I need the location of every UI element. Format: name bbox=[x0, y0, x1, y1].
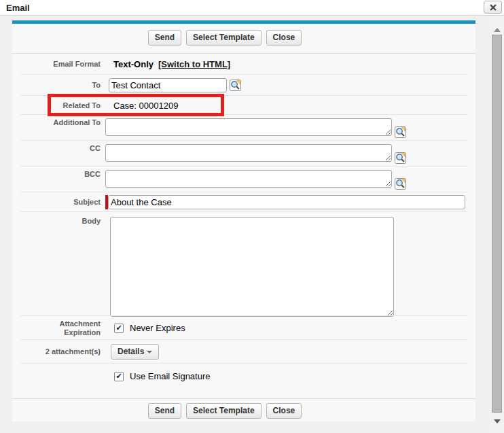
never-expires-label: Never Expires bbox=[130, 323, 185, 333]
body-label: Body bbox=[12, 217, 101, 226]
bcc-label: BCC bbox=[12, 170, 101, 179]
use-email-signature-label: Use Email Signature bbox=[130, 371, 211, 381]
subject-row: Subject bbox=[12, 192, 475, 212]
dialog-titlebar: Email bbox=[0, 0, 504, 16]
cc-label: CC bbox=[12, 144, 101, 153]
attachment-details-button[interactable]: Details bbox=[111, 344, 159, 360]
checkmark-icon: ✔ bbox=[115, 324, 122, 332]
attachment-expiration-label: Attachment Expiration bbox=[12, 319, 101, 337]
email-format-row: Email Format Text-Only [Switch to HTML] bbox=[12, 54, 475, 75]
close-dialog-button[interactable]: Close bbox=[266, 30, 302, 46]
attachments-row: 2 attachment(s) Details bbox=[12, 340, 475, 364]
to-input[interactable] bbox=[109, 78, 227, 92]
select-template-button-bottom[interactable]: Select Template bbox=[186, 403, 261, 419]
close-icon bbox=[490, 4, 497, 11]
email-format-value: Text-Only bbox=[113, 59, 154, 69]
never-expires-checkbox[interactable]: ✔ bbox=[114, 324, 124, 333]
bcc-input[interactable] bbox=[105, 170, 392, 188]
chevron-down-icon bbox=[147, 351, 152, 353]
bcc-row: BCC bbox=[12, 167, 475, 192]
to-lookup-icon[interactable] bbox=[230, 80, 241, 91]
send-button-bottom[interactable]: Send bbox=[148, 403, 181, 419]
subject-input[interactable] bbox=[108, 195, 465, 209]
bottom-button-row: Send Select Template Close bbox=[12, 399, 475, 419]
select-template-button[interactable]: Select Template bbox=[186, 30, 261, 46]
scroll-down-icon[interactable] bbox=[494, 419, 501, 423]
subject-label: Subject bbox=[12, 198, 101, 207]
cc-input[interactable] bbox=[105, 144, 392, 162]
close-dialog-button-bottom[interactable]: Close bbox=[266, 403, 302, 419]
scroll-up-icon[interactable] bbox=[494, 28, 501, 32]
checkmark-icon: ✔ bbox=[115, 373, 122, 380]
signature-row: ✔ Use Email Signature bbox=[12, 364, 475, 399]
dialog-title: Email bbox=[6, 3, 30, 13]
top-button-row: Send Select Template Close bbox=[12, 24, 475, 54]
to-row: To bbox=[12, 75, 475, 96]
send-button[interactable]: Send bbox=[148, 30, 181, 46]
additional-to-lookup-icon[interactable] bbox=[395, 126, 406, 138]
related-to-row: Related To Case: 00001209 bbox=[12, 96, 475, 115]
to-label: To bbox=[12, 81, 101, 90]
email-compose-panel: Send Select Template Close Email Format … bbox=[12, 20, 475, 421]
related-to-value: Case: 00001209 bbox=[113, 101, 178, 111]
additional-to-label: Additional To bbox=[12, 118, 101, 127]
switch-to-html-link[interactable]: [Switch to HTML] bbox=[158, 59, 230, 69]
attachments-count-label: 2 attachment(s) bbox=[12, 347, 101, 356]
email-format-label: Email Format bbox=[12, 60, 101, 69]
additional-to-input[interactable] bbox=[105, 118, 392, 136]
related-to-label: Related To bbox=[12, 101, 101, 110]
additional-to-row: Additional To bbox=[12, 115, 475, 141]
cc-lookup-icon[interactable] bbox=[395, 152, 406, 164]
cc-row: CC bbox=[12, 141, 475, 167]
scrollbar-thumb[interactable] bbox=[492, 35, 502, 413]
use-email-signature-checkbox[interactable]: ✔ bbox=[114, 372, 124, 381]
bcc-lookup-icon[interactable] bbox=[395, 178, 406, 190]
vertical-scrollbar[interactable] bbox=[490, 16, 504, 433]
body-row: Body bbox=[12, 212, 475, 316]
attachment-expiration-row: Attachment Expiration ✔ Never Expires bbox=[12, 316, 475, 340]
close-button[interactable] bbox=[484, 1, 502, 14]
body-input[interactable] bbox=[110, 217, 394, 317]
